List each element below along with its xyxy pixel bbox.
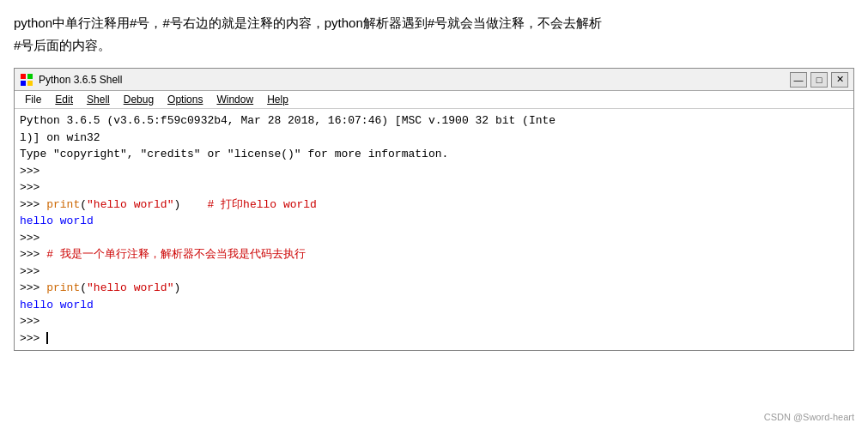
svg-rect-1 bbox=[27, 74, 33, 79]
menu-debug[interactable]: Debug bbox=[117, 93, 161, 106]
description-line1: python中单行注释用#号，#号右边的就是注释的内容，python解析器遇到#… bbox=[14, 15, 602, 30]
prompt-3: >>> bbox=[20, 230, 848, 247]
comment-line: >>> # 我是一个单行注释，解析器不会当我是代码去执行 bbox=[20, 246, 848, 263]
cursor-line[interactable]: >>> bbox=[20, 330, 848, 347]
prompt-5: >>> bbox=[20, 313, 848, 330]
code-line-1: >>> print("hello world") # 打印hello world bbox=[20, 196, 848, 214]
prompt-4: >>> bbox=[20, 263, 848, 281]
version-line1: Python 3.6.5 (v3.6.5:f59c0932b4, Mar 28 … bbox=[20, 112, 848, 130]
watermark: CSDN @Sword-heart bbox=[764, 412, 854, 422]
menu-help[interactable]: Help bbox=[260, 93, 295, 106]
menu-bar: File Edit Shell Debug Options Window Hel… bbox=[15, 91, 853, 109]
output-line-1: hello world bbox=[20, 213, 848, 230]
cursor-blink bbox=[46, 332, 48, 344]
svg-rect-3 bbox=[27, 81, 33, 86]
window-title: Python 3.6.5 Shell bbox=[39, 74, 122, 86]
info-line: Type "copyright", "credits" or "license(… bbox=[20, 146, 848, 163]
description-line2: #号后面的内容。 bbox=[14, 38, 111, 52]
title-bar: Python 3.6.5 Shell — □ ✕ bbox=[15, 69, 853, 91]
shell-content: Python 3.6.5 (v3.6.5:f59c0932b4, Mar 28 … bbox=[15, 109, 853, 350]
menu-file[interactable]: File bbox=[18, 93, 48, 106]
window-icon bbox=[20, 73, 33, 87]
top-description: python中单行注释用#号，#号右边的就是注释的内容，python解析器遇到#… bbox=[0, 0, 868, 64]
minimize-button[interactable]: — bbox=[790, 72, 807, 88]
code-line-2: >>> print("hello world") bbox=[20, 280, 848, 297]
output-line-2: hello world bbox=[20, 297, 848, 314]
prompt-2: >>> bbox=[20, 179, 848, 196]
menu-window[interactable]: Window bbox=[209, 93, 260, 106]
svg-rect-0 bbox=[21, 74, 26, 79]
menu-shell[interactable]: Shell bbox=[80, 93, 117, 106]
svg-rect-2 bbox=[21, 81, 26, 86]
python-shell-window: Python 3.6.5 Shell — □ ✕ File Edit Shell… bbox=[14, 68, 854, 351]
prompt-1: >>> bbox=[20, 163, 848, 180]
close-button[interactable]: ✕ bbox=[831, 72, 848, 88]
version-line2: l)] on win32 bbox=[20, 130, 848, 147]
menu-edit[interactable]: Edit bbox=[48, 93, 80, 106]
maximize-button[interactable]: □ bbox=[810, 72, 828, 88]
menu-options[interactable]: Options bbox=[161, 93, 209, 106]
